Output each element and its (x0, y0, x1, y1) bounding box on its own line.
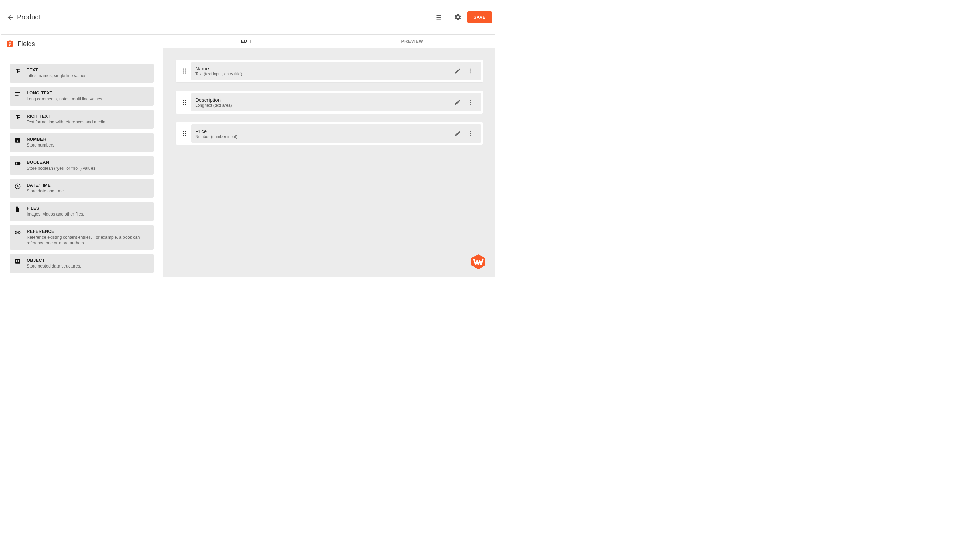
drag-icon (182, 99, 187, 105)
view-list-icon (435, 14, 442, 21)
field-type-number[interactable]: 3NUMBERStore numbers. (10, 133, 154, 152)
field-body: DescriptionLong text (text area) (191, 93, 481, 111)
field-type-text: FILESImages, videos and other files. (27, 206, 149, 217)
field-type-date-time[interactable]: DATE/TIMEStore date and time. (10, 179, 154, 198)
fields-canvas: NameText (text input, entry title)Descri… (163, 48, 495, 277)
field-type-desc: Text formatting with references and medi… (27, 119, 149, 125)
svg-point-26 (470, 104, 471, 105)
topbar: Product SAVE (2, 0, 495, 35)
text-icon (14, 68, 21, 75)
drag-handle[interactable] (178, 124, 191, 143)
field-type-text: LONG TEXTLong comments, notes, multi lin… (27, 91, 149, 102)
field-type-desc: Store date and time. (27, 188, 149, 194)
back-button[interactable] (4, 11, 16, 24)
edit-field-button[interactable] (451, 96, 464, 109)
file-icon (14, 206, 21, 213)
field-type-title: FILES (27, 206, 149, 211)
edit-field-button[interactable] (451, 65, 464, 78)
svg-rect-7 (16, 261, 18, 262)
tab-edit[interactable]: EDIT (163, 35, 329, 48)
field-type-long-text[interactable]: LONG TEXTLong comments, notes, multi lin… (10, 87, 154, 106)
field-sub: Number (number input) (195, 134, 451, 139)
field-sub: Text (text input, entry title) (195, 72, 451, 76)
field-type-desc: Images, videos and other files. (27, 211, 149, 217)
sidebar-title: Fields (18, 40, 35, 48)
svg-point-10 (185, 68, 186, 69)
field-name: Price (195, 128, 451, 134)
field-type-text: REFERENCEReference existing content entr… (27, 229, 149, 246)
field-type-title: RICH TEXT (27, 114, 149, 119)
field-type-title: OBJECT (27, 258, 149, 263)
svg-point-3 (16, 162, 18, 164)
clipboard-icon (6, 40, 14, 48)
svg-point-15 (470, 69, 471, 70)
svg-point-9 (183, 68, 184, 69)
settings-button[interactable] (450, 10, 465, 25)
field-type-desc: Long comments, notes, multi line values. (27, 96, 149, 102)
more-vert-icon (467, 68, 474, 75)
save-button[interactable]: SAVE (468, 11, 492, 23)
field-type-text: RICH TEXTText formatting with references… (27, 114, 149, 125)
svg-point-35 (470, 135, 471, 136)
field-more-button[interactable] (464, 96, 477, 109)
svg-point-32 (185, 135, 186, 136)
svg-point-16 (470, 71, 471, 72)
svg-text:3: 3 (17, 139, 18, 143)
longtext-icon (14, 91, 21, 98)
drag-icon (182, 68, 187, 74)
logo-icon (470, 254, 487, 270)
number-icon: 3 (14, 137, 21, 144)
field-type-boolean[interactable]: BOOLEANStore boolean ("yes" or "no" ) va… (10, 156, 154, 175)
svg-point-29 (183, 133, 184, 134)
field-more-button[interactable] (464, 65, 477, 78)
svg-point-34 (470, 133, 471, 134)
field-type-files[interactable]: FILESImages, videos and other files. (10, 202, 154, 221)
text-icon (14, 114, 21, 121)
list-view-button[interactable] (431, 10, 446, 25)
field-type-title: BOOLEAN (27, 160, 149, 165)
field-type-title: REFERENCE (27, 229, 149, 234)
field-type-reference[interactable]: REFERENCEReference existing content entr… (10, 225, 154, 250)
field-type-desc: Store boolean ("yes" or "no" ) values. (27, 165, 149, 171)
svg-point-27 (183, 131, 184, 132)
field-sub: Long text (text area) (195, 103, 451, 108)
svg-rect-6 (16, 260, 18, 261)
toggle-icon (14, 160, 21, 167)
sidebar: Fields TEXTTitles, names, single line va… (0, 35, 163, 277)
svg-point-30 (185, 133, 186, 134)
field-type-object[interactable]: OBJECTStore nested data structures. (10, 254, 154, 273)
field-type-text[interactable]: TEXTTitles, names, single line values. (10, 64, 154, 83)
content-area: EDIT PREVIEW NameText (text input, entry… (163, 35, 495, 277)
svg-point-21 (185, 102, 186, 103)
field-body-text: NameText (text input, entry title) (195, 66, 451, 76)
edit-field-button[interactable] (451, 127, 464, 140)
drag-handle[interactable] (178, 93, 191, 111)
field-body: PriceNumber (number input) (191, 124, 481, 143)
field-name: Description (195, 97, 451, 103)
field-type-rich-text[interactable]: RICH TEXTText formatting with references… (10, 110, 154, 129)
field-type-title: LONG TEXT (27, 91, 149, 95)
field-type-desc: Store nested data structures. (27, 264, 149, 269)
svg-marker-36 (471, 254, 485, 269)
tab-preview[interactable]: PREVIEW (329, 35, 495, 48)
svg-point-14 (185, 72, 186, 73)
pencil-icon (454, 99, 461, 106)
svg-point-23 (185, 104, 186, 105)
field-type-text: DATE/TIMEStore date and time. (27, 183, 149, 194)
field-type-title: NUMBER (27, 137, 149, 142)
pencil-icon (454, 68, 461, 75)
page-title: Product (17, 13, 40, 21)
drag-handle[interactable] (178, 62, 191, 80)
svg-point-13 (183, 72, 184, 73)
field-name: Name (195, 66, 451, 71)
field-type-desc: Reference existing content entries. For … (27, 235, 149, 246)
svg-point-19 (185, 100, 186, 101)
object-icon (14, 258, 21, 265)
field-more-button[interactable] (464, 127, 477, 140)
svg-point-20 (183, 102, 184, 103)
gear-icon (454, 14, 461, 21)
svg-rect-5 (15, 259, 21, 264)
svg-point-24 (470, 100, 471, 101)
arrow-left-icon (6, 14, 14, 21)
more-vert-icon (467, 130, 474, 137)
